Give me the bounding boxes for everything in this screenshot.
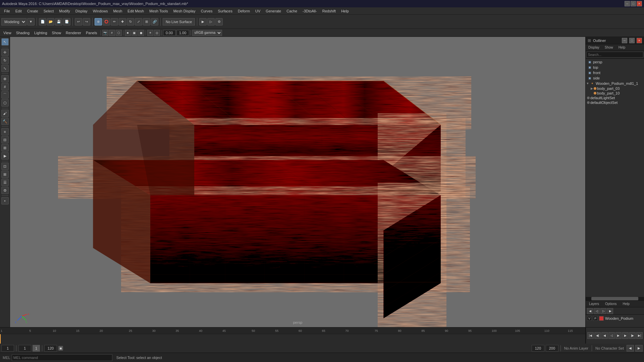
extra-btn2[interactable]: ⊞ [1,171,9,178]
play-back-btn[interactable]: ◁ [608,332,615,339]
charset-btn2[interactable]: ▶ [635,345,643,352]
redo-btn[interactable]: ↪ [83,18,90,25]
layers-tab-layers[interactable]: Layers [587,301,601,306]
tree-item-body10[interactable]: body_part_10 [586,91,644,96]
undo-btn[interactable]: ↩ [75,18,82,25]
snap-grid[interactable]: # [1,83,9,90]
channel-box[interactable]: ≡ [1,128,9,135]
tree-item-lightset[interactable]: defaultLightSet [586,96,644,100]
menu-windows[interactable]: Windows [90,8,111,14]
select-tool-btn[interactable]: ⊕ [95,18,102,25]
menu-curves[interactable]: Curves [198,8,215,14]
timeline-ruler[interactable]: 1 5 10 15 20 25 30 35 40 45 50 55 60 65 … [0,327,585,334]
layer-p-btn[interactable]: P [593,316,598,321]
maximize-button[interactable]: □ [631,1,636,6]
outliner-minimize[interactable]: ─ [622,38,627,43]
menu-surfaces[interactable]: Surfaces [215,8,235,14]
gamma-input[interactable] [176,30,189,36]
tree-item-body03[interactable]: ▶ body_part_03 [586,86,644,91]
paint-btn[interactable]: ✏ [111,18,118,25]
no-live-surface-btn[interactable]: No Live Surface [163,18,195,25]
lighting-menu[interactable]: Lighting [32,30,49,36]
extra-btn3[interactable]: ☰ [1,179,9,186]
panels-menu[interactable]: Panels [84,30,99,36]
menu-deform[interactable]: Deform [235,8,253,14]
snap-surface[interactable]: ⬡ [1,99,9,107]
move-tool[interactable]: ✛ [1,49,9,56]
layers-prev2-btn[interactable]: ◁ [594,308,600,314]
display-mode-btn2[interactable]: ▣ [131,30,138,36]
camera-btn[interactable]: 📷 [102,30,108,36]
new-btn[interactable]: 📄 [39,18,46,25]
scale-btn[interactable]: ⤢ [135,18,142,25]
menu-cache[interactable]: Cache [284,8,300,14]
menu-create[interactable]: Create [24,8,41,14]
play-btn[interactable]: ▶ [615,332,622,339]
select-tool[interactable]: ↖ [1,38,9,46]
attr-editor[interactable]: ⊟ [1,136,9,143]
step-back-btn[interactable]: ◀ [601,332,608,339]
ipr-btn[interactable]: ▷ [207,18,215,25]
menu-uv[interactable]: UV [253,8,263,14]
snap-point[interactable]: ⊕ [1,75,9,82]
tree-item-side[interactable]: ▣ side [586,75,644,81]
rotate-btn[interactable]: ↻ [127,18,134,25]
menu-edit[interactable]: Edit [13,8,24,14]
range-end-right[interactable]: 200 [546,345,558,352]
current-frame-display[interactable]: 1 [1,345,14,352]
layers-tab-help[interactable]: Help [621,301,632,306]
render-view[interactable]: ▶ [1,152,9,160]
menu-redshift[interactable]: Redshift [320,8,338,14]
menu-3dtoall[interactable]: -3DtoAll- [300,8,320,14]
move-btn[interactable]: ✚ [119,18,126,25]
rotate-tool[interactable]: ↻ [1,57,9,64]
tree-item-front[interactable]: ▣ front [586,70,644,75]
light-btn2[interactable]: ◎ [154,30,160,36]
anim-keyframe-btn[interactable]: 1 [33,345,40,352]
display-mode-btn3[interactable]: ◼ [138,30,144,36]
menu-help[interactable]: Help [338,8,352,14]
range-end-left[interactable]: 120 [532,345,544,352]
node-editor[interactable]: ⊞ [1,144,9,152]
show-menu[interactable]: Show [50,30,63,36]
minimize-button[interactable]: ─ [625,1,630,6]
collapse-icon-bp03[interactable]: ▶ [590,87,594,90]
render-btn[interactable]: ▶ [199,18,207,25]
gamma-select[interactable]: sRGB gamma [192,30,222,36]
scrollbar-thumb[interactable] [591,297,638,300]
goto-end-btn[interactable]: ▶| [636,332,643,339]
range-start-display[interactable]: 120 [44,345,57,352]
outliner-search-input[interactable] [586,52,643,58]
charset-btn1[interactable]: ◀ [627,345,634,352]
sculpt-tool[interactable]: 🔨 [1,118,9,125]
layer-color-swatch[interactable] [599,316,604,321]
snap-curve[interactable]: ⌒ [1,91,9,99]
snap-btn[interactable]: 🔗 [151,18,158,25]
save-as-btn[interactable]: 📑 [63,18,70,25]
open-btn[interactable]: 📂 [47,18,54,25]
tree-item-top[interactable]: ▣ top [586,65,644,70]
paint-tool[interactable]: 🖌 [1,110,9,117]
shading-menu[interactable]: Shading [14,30,32,36]
tree-item-persp[interactable]: ▣ persp [586,59,644,65]
menu-generate[interactable]: Generate [263,8,284,14]
step-fwd-btn[interactable]: ▶ [622,332,629,339]
keyframe-indicator[interactable]: ■ [58,346,63,351]
extra-btn4[interactable]: ⚙ [1,187,9,194]
menu-select[interactable]: Select [41,8,57,14]
renderer-menu[interactable]: Renderer [64,30,83,36]
scale-tool[interactable]: ⤡ [1,65,9,72]
lasso-btn[interactable]: ⭕ [103,18,110,25]
light-btn1[interactable]: ☀ [147,30,153,36]
layers-next-btn[interactable]: ▷ [600,308,606,314]
menu-display[interactable]: Display [73,8,90,14]
extra-btn1[interactable]: ⊡ [1,163,9,170]
layers-tab-options[interactable]: Options [603,301,619,306]
menu-edit-mesh[interactable]: Edit Mesh [125,8,147,14]
next-key-btn[interactable]: |▶ [629,332,636,339]
menu-file[interactable]: File [1,8,13,14]
menu-mesh-display[interactable]: Mesh Display [171,8,198,14]
exposure-input[interactable] [163,30,176,36]
viewport[interactable]: persp X Y Z [10,37,585,327]
close-button[interactable]: ✕ [637,1,642,6]
